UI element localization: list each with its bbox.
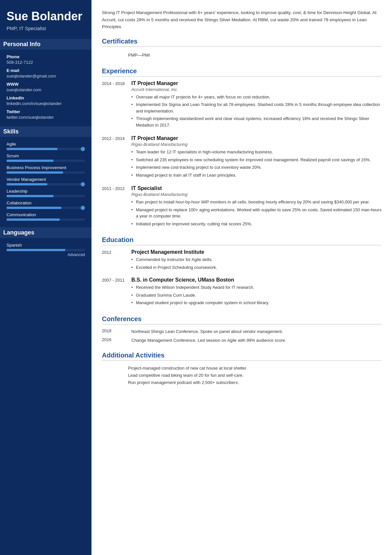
experience-bullet: Through implementing standardized work a… xyxy=(131,115,382,128)
skill-bar-fill xyxy=(7,148,57,150)
education-content: Project Management InstituteCommended by… xyxy=(131,249,382,272)
education-row: 2012Project Management InstituteCommende… xyxy=(102,249,382,272)
skill-name: Vendor Management xyxy=(7,177,85,182)
skill-bar-fill xyxy=(7,207,61,209)
experience-dates: 2011 - 2012 xyxy=(102,185,131,228)
skill-bar-dot xyxy=(81,206,85,210)
skills-list: AgileScrumBusiness Process ImprovementVe… xyxy=(7,142,85,221)
education-section: Education 2012Project Management Institu… xyxy=(102,236,382,307)
summary-text: Strong IT Project Management Professiona… xyxy=(102,9,382,30)
skill-item: Agile xyxy=(7,142,85,150)
skill-bar xyxy=(7,160,85,162)
skill-bar-fill xyxy=(7,218,60,221)
conference-year: 2016 xyxy=(102,337,131,344)
conferences-list: 2018Northeast Shingo Lean Conference, Sp… xyxy=(102,328,382,344)
experience-title-text: IT Project Manager xyxy=(131,80,382,86)
email-label: E-mail xyxy=(7,68,85,73)
skill-bar-dot xyxy=(81,182,85,186)
experience-bullet: Implemented new cost-tracking project to… xyxy=(131,164,382,171)
certificate-row: PMP—PMI xyxy=(102,51,382,60)
experience-bullets: Oversaw all major IT projects for 4+ yea… xyxy=(131,94,382,129)
skill-bar xyxy=(7,148,85,150)
skill-item: Scrum xyxy=(7,153,85,162)
skill-name: Agile xyxy=(7,142,85,147)
experience-content: IT Project ManagerRigas-Bratland Manufac… xyxy=(131,135,382,180)
experience-bullet: Ran project to install hour-by-hour WIP … xyxy=(131,199,382,205)
email-value: sueqbolander@gmail.com xyxy=(7,74,85,78)
skill-bar-fill xyxy=(7,171,63,174)
skill-name: Business Process Improvement xyxy=(7,165,85,170)
experience-list: 2014 - 2018IT Project ManagerAccurit Int… xyxy=(102,80,382,229)
conference-text: Northeast Shingo Lean Conference, Spoke … xyxy=(131,328,382,335)
skill-name: Scrum xyxy=(7,153,85,158)
experience-bullet: Implemented Six Sigma and Lean Training … xyxy=(131,101,382,114)
experience-bullets: Ran project to install hour-by-hour WIP … xyxy=(131,199,382,227)
experience-bullet: Managed project to train all IT staff in… xyxy=(131,172,382,179)
education-list: 2012Project Management InstituteCommende… xyxy=(102,249,382,307)
certificate-name: PMP—PMI xyxy=(102,53,150,58)
experience-bullet: Switched all 235 employees to new schedu… xyxy=(131,157,382,163)
education-bullets: Received the Wilson Independent Study Aw… xyxy=(131,284,382,306)
phone-label: Phone xyxy=(7,54,85,59)
experience-bullets: Team leader for 12 IT specialists in hig… xyxy=(131,149,382,178)
conference-row: 2018Northeast Shingo Lean Conference, Sp… xyxy=(102,328,382,335)
skill-item: Vendor Management xyxy=(7,177,85,185)
sidebar: Sue Bolander PMP, IT Specialist Personal… xyxy=(0,0,91,555)
twitter-label: Twitter xyxy=(7,109,85,114)
skill-name: Leadership xyxy=(7,189,85,194)
education-bullet: Graduated Summa Cum Laude. xyxy=(131,292,382,299)
conference-year: 2018 xyxy=(102,328,131,335)
education-bullets: Commended by instructor for Agile skills… xyxy=(131,256,382,270)
skill-bar-fill xyxy=(7,195,54,197)
linkedin-value: linkedin.com/in/sueqbolander xyxy=(7,101,85,106)
activity-item: Project-managed construction of new cat … xyxy=(102,365,382,372)
conferences-title: Conferences xyxy=(102,315,382,324)
education-row: 2007 - 2011B.S. in Computer Science, UMa… xyxy=(102,277,382,307)
experience-company: Accurit International, Inc. xyxy=(131,87,382,92)
certificates-section: Certificates PMP—PMI xyxy=(102,38,382,60)
education-dates: 2012 xyxy=(102,249,131,272)
skill-name: Collaboration xyxy=(7,200,85,205)
personal-info-header: Personal Info xyxy=(0,39,91,50)
www-label: WWW xyxy=(7,82,85,87)
experience-bullet: Team leader for 12 IT specialists in hig… xyxy=(131,149,382,155)
experience-row: 2014 - 2018IT Project ManagerAccurit Int… xyxy=(102,80,382,130)
certificates-list: PMP—PMI xyxy=(102,51,382,60)
experience-content: IT SpecialistRigas-Bratland Manufacturin… xyxy=(131,185,382,228)
skill-item: Business Process Improvement xyxy=(7,165,85,174)
activity-item: Lead competitive road biking team of 20 … xyxy=(102,372,382,379)
skills-header: Skills xyxy=(0,126,91,137)
education-bullet: Received the Wilson Independent Study Aw… xyxy=(131,284,382,291)
experience-bullet: Oversaw all major IT projects for 4+ yea… xyxy=(131,94,382,100)
experience-bullet: Managed project to replace 100+ aging wo… xyxy=(131,207,382,219)
experience-content: IT Project ManagerAccurit International,… xyxy=(131,80,382,130)
experience-title: Experience xyxy=(102,67,382,77)
experience-dates: 2012 - 2014 xyxy=(102,135,131,180)
skill-item: Collaboration xyxy=(7,200,85,209)
language-level: Advanced xyxy=(7,252,85,257)
additional-title: Additional Activities xyxy=(102,352,382,361)
skill-bar xyxy=(7,183,85,185)
education-bullet: Excelled in Project Scheduling coursewor… xyxy=(131,264,382,271)
language-bar xyxy=(7,249,85,251)
skill-bar xyxy=(7,171,85,174)
additional-section: Additional Activities Project-managed co… xyxy=(102,352,382,386)
language-name: Spanish xyxy=(7,243,85,248)
conferences-section: Conferences 2018Northeast Shingo Lean Co… xyxy=(102,315,382,344)
education-title: Education xyxy=(102,236,382,245)
skill-item: Leadership xyxy=(7,189,85,197)
www-value: sueqbolander.com xyxy=(7,87,85,92)
skill-bar-fill xyxy=(7,183,47,185)
conference-row: 2016Change Management Conference, Led se… xyxy=(102,337,382,344)
activity-item: Run project management podcast with 2,50… xyxy=(102,379,382,386)
experience-bullet: Initiated project for improved security,… xyxy=(131,221,382,227)
education-bullet: Managed student project to upgrade compu… xyxy=(131,300,382,306)
experience-row: 2012 - 2014IT Project ManagerRigas-Bratl… xyxy=(102,135,382,180)
languages-header: Languages xyxy=(0,227,91,238)
skill-bar xyxy=(7,195,85,197)
main-content: Strong IT Project Management Professiona… xyxy=(91,0,392,555)
activities-list: Project-managed construction of new cat … xyxy=(102,365,382,386)
skill-bar xyxy=(7,218,85,221)
experience-dates: 2014 - 2018 xyxy=(102,80,131,130)
experience-title-text: IT Specialist xyxy=(131,185,382,191)
